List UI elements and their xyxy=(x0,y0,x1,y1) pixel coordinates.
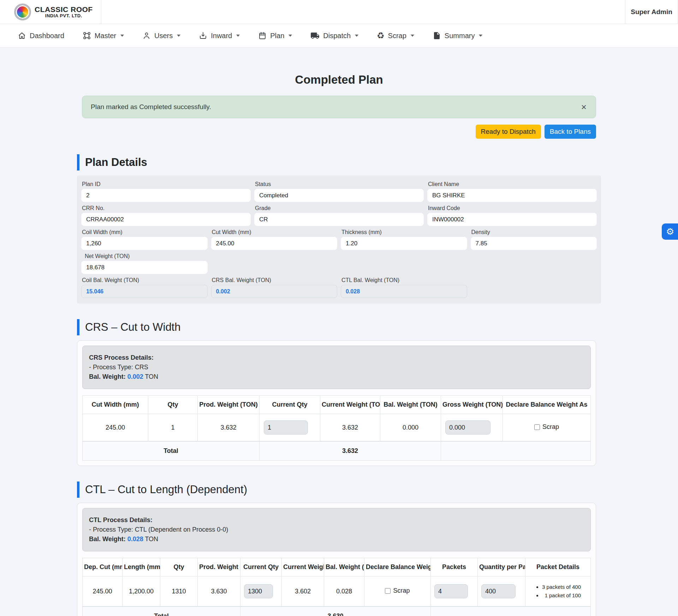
chevron-down-icon xyxy=(479,35,482,37)
ctl-process-details: CTL Process Details: - Process Type: CTL… xyxy=(82,508,591,551)
ctl-packet-details: 3 packets of 400 1 packet of 100 xyxy=(535,583,581,600)
grade-input[interactable] xyxy=(254,213,424,226)
field-coil-width: Coil Width (mm) xyxy=(81,228,208,250)
density-input[interactable] xyxy=(471,237,597,250)
crs-prod-weight: 3.632 xyxy=(198,414,260,442)
ctl-scrap-checkbox[interactable] xyxy=(385,588,391,594)
crs-bal-weight: 0.000 xyxy=(380,414,441,442)
action-buttons: Ready to Dispatch Back to Plans xyxy=(82,125,596,139)
plan-icon xyxy=(258,31,267,40)
crs-scrap-label: Scrap xyxy=(542,423,559,431)
crs-total-value: 3.632 xyxy=(260,441,441,461)
nav-label: Summary xyxy=(445,32,475,40)
nav-item-inward[interactable]: Inward xyxy=(199,31,240,40)
ctl-bal-weight: 0.028 xyxy=(324,576,364,607)
users-icon xyxy=(142,31,151,40)
ctl-qty-per-pack-input[interactable] xyxy=(481,584,516,598)
status-input[interactable] xyxy=(254,189,424,202)
recycle-icon: ♻ xyxy=(377,31,385,40)
ctl-section-heading: CTL – Cut to Length (Dependent) xyxy=(77,482,596,498)
alert-message: Plan marked as Completed successfully. xyxy=(91,103,211,111)
nav-item-summary[interactable]: Summary xyxy=(433,31,483,40)
ctl-scrap-checkbox-wrap: Scrap xyxy=(385,587,410,594)
chevron-down-icon xyxy=(289,35,292,37)
nav-item-plan[interactable]: Plan xyxy=(258,31,292,40)
crs-scrap-checkbox[interactable] xyxy=(534,424,540,430)
document-icon xyxy=(433,31,441,40)
nav-item-scrap[interactable]: ♻ Scrap xyxy=(377,31,414,40)
ctl-table-total-row: Total 3.630 xyxy=(83,606,591,616)
ctl-packets-input[interactable] xyxy=(434,584,468,598)
nav-label: Scrap xyxy=(388,32,406,40)
nav-item-dashboard[interactable]: Dashboard xyxy=(18,31,64,40)
ready-to-dispatch-button[interactable]: Ready to Dispatch xyxy=(476,125,541,139)
crs-table-header-row: Cut Width (mm) Qty Prod. Weight (TON) Cu… xyxy=(83,396,591,414)
field-density: Density xyxy=(471,228,597,250)
crs-process-type: - Process Type: CRS xyxy=(89,363,584,372)
thickness-input[interactable] xyxy=(341,237,467,250)
nav-label: Dashboard xyxy=(30,32,64,40)
ctl-card: CTL Process Details: - Process Type: CTL… xyxy=(77,503,596,616)
ctl-bal-weight-line: Bal. Weight: 0.028 TON xyxy=(89,534,584,544)
crs-current-qty-input[interactable] xyxy=(264,420,308,435)
field-grade: Grade xyxy=(254,204,424,226)
crs-table-total-row: Total 3.632 xyxy=(83,441,591,461)
chevron-down-icon xyxy=(120,35,124,37)
inward-icon xyxy=(199,31,207,40)
ctl-table-row: 245.00 1,200.00 1310 3.630 3.602 0.028 S… xyxy=(83,576,591,607)
ctl-prod-weight: 3.630 xyxy=(198,576,240,607)
nav-label: Users xyxy=(154,32,173,40)
plan-id-input[interactable] xyxy=(81,189,251,202)
nav-item-dispatch[interactable]: Dispatch xyxy=(310,31,358,40)
back-to-plans-button[interactable]: Back to Plans xyxy=(545,125,596,139)
user-menu[interactable]: Super Admin xyxy=(625,0,678,24)
main-content: Completed Plan Plan marked as Completed … xyxy=(0,48,678,616)
field-coil-bal-weight: Coil Bal. Weight (TON) 15.046 xyxy=(81,276,208,298)
master-icon xyxy=(83,31,91,40)
crs-bal-weight-value: 0.002 xyxy=(211,285,338,298)
crs-scrap-checkbox-wrap: Scrap xyxy=(534,423,559,431)
crs-table: Cut Width (mm) Qty Prod. Weight (TON) Cu… xyxy=(82,395,591,461)
chevron-down-icon xyxy=(236,35,240,37)
ctl-scrap-label: Scrap xyxy=(393,587,410,594)
nav-label: Dispatch xyxy=(323,32,351,40)
ctl-current-qty-input[interactable] xyxy=(244,584,273,598)
crs-process-details: CRS Process Details: - Process Type: CRS… xyxy=(82,346,591,389)
nav-item-users[interactable]: Users xyxy=(142,31,180,40)
plan-details-heading: Plan Details xyxy=(77,154,596,171)
client-name-input[interactable] xyxy=(427,189,597,202)
net-weight-input[interactable] xyxy=(81,261,208,274)
inward-code-input[interactable] xyxy=(427,213,597,226)
chevron-down-icon xyxy=(411,35,414,37)
ctl-process-title: CTL Process Details: xyxy=(89,515,584,525)
field-status: Status xyxy=(254,180,424,202)
chevron-down-icon xyxy=(355,35,358,37)
field-ctl-bal-weight: CTL Bal. Weight (TON) 0.028 xyxy=(341,276,467,298)
packet-detail-item: 1 packet of 100 xyxy=(542,591,581,600)
coil-width-input[interactable] xyxy=(81,237,208,250)
crs-section-heading: CRS – Cut to Width xyxy=(77,319,596,335)
top-header: CLASSIC ROOF INDIA PVT. LTD. Super Admin xyxy=(0,0,678,24)
field-crr-no: CRR No. xyxy=(81,204,251,226)
brand-subtitle: INDIA PVT. LTD. xyxy=(35,13,93,18)
brand-logo-icon xyxy=(14,4,31,20)
coil-bal-weight-value: 15.046 xyxy=(81,285,208,298)
ctl-qty: 1310 xyxy=(160,576,198,607)
truck-icon xyxy=(310,31,320,40)
crs-gross-weight-input[interactable] xyxy=(445,420,490,435)
ctl-current-weight: 3.602 xyxy=(282,576,324,607)
crr-no-input[interactable] xyxy=(81,213,251,226)
ctl-table-header-row: Dep. Cut (mm Length (mm) Qty Prod. Weigh… xyxy=(83,558,591,576)
field-inward-code: Inward Code xyxy=(427,204,597,226)
field-crs-bal-weight: CRS Bal. Weight (TON) 0.002 xyxy=(211,276,338,298)
nav-item-master[interactable]: Master xyxy=(83,31,124,40)
close-icon[interactable]: × xyxy=(580,101,588,113)
ctl-total-value: 3.630 xyxy=(240,606,431,616)
ctl-bal-weight-value: 0.028 xyxy=(341,285,467,298)
ctl-total-label: Total xyxy=(83,606,240,616)
settings-fab[interactable]: ⚙ xyxy=(662,223,678,240)
crs-process-title: CRS Process Details: xyxy=(89,353,584,363)
crs-total-label: Total xyxy=(83,441,260,461)
field-plan-id: Plan ID xyxy=(81,180,251,202)
cut-width-input[interactable] xyxy=(211,237,338,250)
